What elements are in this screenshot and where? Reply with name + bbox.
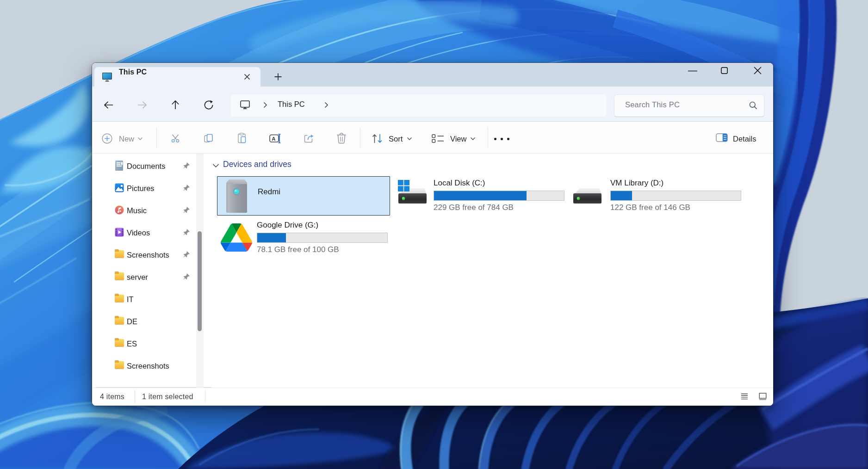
svg-text:A: A (272, 136, 275, 142)
